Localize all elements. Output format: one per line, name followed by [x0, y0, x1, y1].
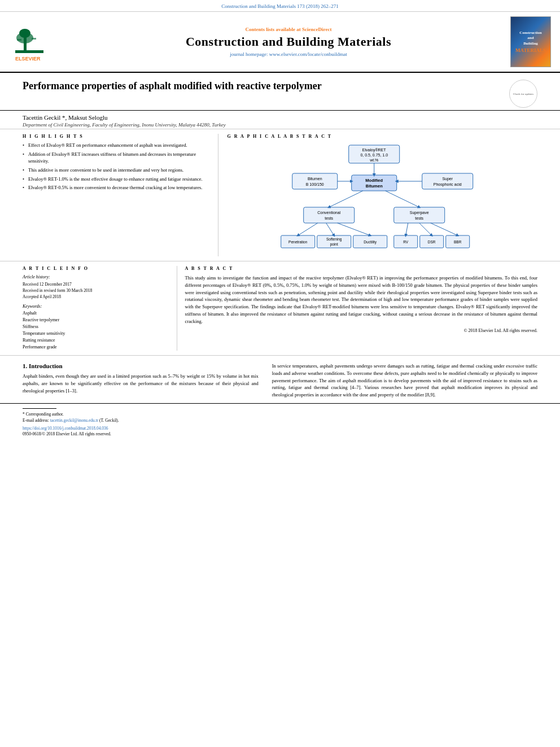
keyword-6: Performance grade	[23, 344, 170, 351]
introduction-left-text: Asphalt binders, even though they are us…	[23, 373, 259, 394]
elsevier-logo-icon: ELSEVIER	[12, 22, 63, 62]
keywords-list: Asphalt Reactive terpolymer Stiffness Te…	[23, 310, 170, 351]
article-info-column: A R T I C L E I N F O Article history: R…	[23, 266, 177, 351]
svg-line-44	[298, 223, 317, 235]
abstract-heading: A B S T R A C T	[185, 266, 537, 271]
svg-text:Modified: Modified	[365, 178, 383, 183]
keyword-5: Rutting resistance	[23, 337, 170, 344]
article-info-abstract-section: A R T I C L E I N F O Article history: R…	[0, 261, 560, 356]
journal-homepage: journal homepage: www.elsevier.com/locat…	[230, 51, 347, 57]
svg-rect-11	[292, 173, 337, 189]
highlight-item-2: Addition of Elvaloy® RET increases stiff…	[23, 151, 209, 165]
keyword-4: Temperature sensitivity	[23, 330, 170, 337]
keyword-2: Reactive terpolymer	[23, 317, 170, 324]
svg-line-49	[430, 223, 457, 235]
highlight-item-5: Elvaloy® RET-0.5% is more convenient to …	[23, 185, 209, 191]
journal-citation-bar: Construction and Building Materials 173 …	[0, 0, 560, 12]
svg-rect-23	[303, 207, 354, 223]
highlights-list: Effect of Elvaloy® RET on performance en…	[23, 142, 209, 191]
svg-text:Softening: Softening	[326, 237, 342, 242]
author-names: Tacettin Geckil *, Maksut Seloglu	[23, 114, 537, 121]
introduction-section: 1. Introduction Asphalt binders, even th…	[0, 356, 560, 399]
svg-text:Bitumen: Bitumen	[365, 184, 382, 189]
history-label: Article history:	[23, 274, 170, 279]
introduction-heading: 1. Introduction	[23, 362, 259, 369]
svg-text:ELSEVIER: ELSEVIER	[15, 56, 41, 62]
highlight-item-3: This additive is more convenient to be u…	[23, 167, 209, 174]
keywords-label: Keywords:	[23, 304, 170, 309]
svg-text:Penetration: Penetration	[288, 240, 308, 244]
journal-cover-area: Construction and Building MATERIALS	[508, 16, 553, 67]
svg-text:Superpave: Superpave	[409, 211, 428, 215]
journal-title-area: Contents lists available at ScienceDirec…	[75, 16, 502, 67]
svg-text:B 100/150: B 100/150	[305, 182, 323, 186]
svg-line-29	[329, 191, 362, 207]
introduction-right-column: In service temperatures, asphalt pavemen…	[270, 362, 537, 399]
svg-text:Bitumen: Bitumen	[307, 177, 322, 181]
copyright-notice: © 2018 Elsevier Ltd. All rights reserved…	[185, 328, 537, 333]
received-date: Received 12 December 2017	[23, 282, 170, 287]
svg-rect-0	[15, 50, 43, 53]
journal-header: ELSEVIER Contents lists available at Sci…	[0, 12, 560, 73]
article-footer: * Corresponding author. E-mail address: …	[0, 403, 560, 442]
svg-rect-4	[17, 39, 21, 41]
cover-title-text: Construction and Building	[519, 30, 541, 46]
svg-text:tests: tests	[325, 216, 333, 220]
svg-text:Phosphoric acid: Phosphoric acid	[433, 182, 461, 187]
highlight-item-4: Elvaloy® RET-1.0% is the most effective …	[23, 176, 209, 183]
article-info-heading: A R T I C L E I N F O	[23, 266, 170, 271]
article-doi[interactable]: https://doi.org/10.1016/j.conbuildmat.20…	[23, 426, 537, 431]
article-title-bar: Performance properties of asphalt modifi…	[0, 73, 560, 111]
introduction-left-column: 1. Introduction Asphalt binders, even th…	[23, 362, 270, 399]
svg-line-48	[419, 223, 431, 235]
journal-citation: Construction and Building Materials 173 …	[221, 3, 338, 9]
graphical-abstract-diagram: Elvaloy®RET 0, 0.5, 0.75, 1.0 wt.% Bitum…	[228, 142, 537, 255]
svg-text:Conventional: Conventional	[317, 211, 340, 215]
journal-cover-image: Construction and Building MATERIALS	[510, 16, 551, 67]
svg-text:DSR: DSR	[427, 240, 435, 244]
check-for-updates-badge: Check for updates	[509, 80, 537, 108]
footer-divider	[23, 408, 56, 409]
highlights-heading: H I G H L I G H T S	[23, 134, 209, 139]
cover-materials-label: MATERIALS	[515, 47, 546, 53]
svg-text:wt.%: wt.%	[369, 158, 378, 162]
svg-text:tests: tests	[415, 216, 423, 220]
highlights-column: H I G H L I G H T S Effect of Elvaloy® R…	[23, 134, 218, 256]
author-affiliation: Department of Civil Engineering, Faculty…	[23, 122, 537, 128]
svg-text:RV: RV	[403, 240, 409, 244]
svg-text:0, 0.5, 0.75, 1.0: 0, 0.5, 0.75, 1.0	[360, 153, 388, 157]
svg-rect-5	[32, 38, 36, 40]
svg-text:Super: Super	[442, 177, 453, 181]
issn-rights: 0950-0618/© 2018 Elsevier Ltd. All right…	[23, 431, 537, 437]
highlights-graphical-section: H I G H L I G H T S Effect of Elvaloy® R…	[0, 129, 560, 261]
svg-text:Elvaloy®RET: Elvaloy®RET	[362, 148, 386, 152]
svg-line-46	[337, 223, 370, 235]
keyword-1: Asphalt	[23, 310, 170, 317]
revised-date: Received in revised form 30 March 2018	[23, 288, 170, 293]
svg-text:BBR: BBR	[454, 240, 462, 244]
journal-main-title: Construction and Building Materials	[186, 34, 391, 49]
graphical-abstract-column: G R A P H I C A L A B S T R A C T Elvalo…	[218, 134, 537, 256]
keyword-3: Stiffness	[23, 324, 170, 330]
elsevier-logo-area: ELSEVIER	[7, 16, 69, 67]
authors-section: Tacettin Geckil *, Maksut Seloglu Depart…	[0, 111, 560, 129]
svg-rect-14	[422, 173, 473, 189]
page: Construction and Building Materials 173 …	[0, 0, 560, 747]
svg-line-47	[405, 223, 408, 235]
graphical-abstract-heading: G R A P H I C A L A B S T R A C T	[228, 134, 537, 139]
abstract-text: This study aims to investigate the funct…	[185, 274, 537, 325]
svg-text:Ductility: Ductility	[364, 240, 377, 244]
sciencedirect-notice: Contents lists available at ScienceDirec…	[246, 27, 332, 32]
svg-text:point: point	[330, 242, 338, 247]
article-title: Performance properties of asphalt modifi…	[23, 80, 504, 93]
abstract-column: A B S T R A C T This study aims to inves…	[177, 266, 537, 351]
svg-line-45	[326, 223, 334, 235]
highlight-item-1: Effect of Elvaloy® RET on performance en…	[23, 142, 209, 149]
svg-line-30	[385, 191, 419, 207]
corresponding-author-note: * Corresponding author. E-mail address: …	[23, 411, 537, 424]
accepted-date: Accepted 4 April 2018	[23, 294, 170, 299]
svg-point-3	[19, 29, 30, 38]
introduction-right-text: In service temperatures, asphalt pavemen…	[272, 362, 537, 399]
svg-rect-26	[393, 207, 444, 223]
